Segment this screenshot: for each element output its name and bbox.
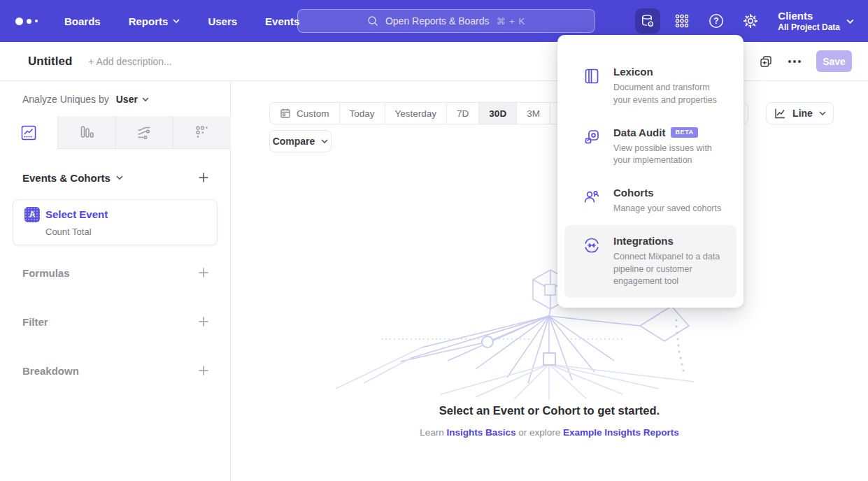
chevron-down-icon [116,175,123,180]
chart-canvas: Custom Today Yesterday 7D 30D 3M 6M Comp… [231,81,868,481]
project-name: Clients [778,10,840,22]
nav-item-events[interactable]: Events [265,15,299,27]
date-range-30d[interactable]: 30D [478,103,516,124]
query-builder-sidebar: Analyze Uniques by User [0,81,231,481]
menu-item-lexicon[interactable]: Lexicon Document and transform your even… [564,56,737,117]
apps-grid-icon [674,13,690,29]
menu-item-integrations[interactable]: Integrations Connect Mixpanel to a data … [564,225,737,298]
nav-links: Boards Reports Users Events [64,15,299,27]
date-range-picker: Custom Today Yesterday 7D 30D 3M 6M [269,102,584,124]
add-event-button[interactable] [197,171,211,185]
tab-metrics-grid[interactable] [173,116,231,149]
add-formula-button[interactable] [197,266,211,280]
event-selector-card[interactable]: A Select Event Count Total [13,199,218,245]
settings-button[interactable] [738,8,763,34]
project-switcher[interactable]: Clients All Project Data [778,10,854,33]
analyze-row: Analyze Uniques by User [22,94,149,105]
events-section-label[interactable]: Events & Cohorts [22,172,123,184]
integrations-sync-icon [583,235,601,288]
plus-icon [198,316,209,327]
tab-flow-chart[interactable] [116,116,174,149]
add-description-field[interactable]: + Add description... [88,56,171,67]
insights-basics-link[interactable]: Insights Basics [446,427,515,438]
formulas-section: Formulas [22,266,211,280]
cohorts-people-icon [583,187,601,215]
tab-bar-chart[interactable] [58,116,116,149]
chart-type-tabs [0,116,231,149]
example-reports-link[interactable]: Example Insights Reports [563,427,679,438]
compare-dropdown[interactable]: Compare [269,130,332,152]
svg-text:?: ? [714,16,719,26]
header-actions: Save [759,50,852,72]
global-search-input[interactable]: Open Reports & Boards ⌘ + K [297,9,595,33]
date-range-7d[interactable]: 7D [446,103,478,124]
empty-state-links: Learn Insights Basics or explore Example… [231,427,868,438]
plus-icon [198,172,209,183]
breakdown-section: Breakdown [22,364,211,378]
data-management-button[interactable] [635,8,660,34]
menu-item-cohorts[interactable]: Cohorts Manage your saved cohorts [564,177,737,225]
date-range-today[interactable]: Today [339,103,385,124]
filter-label: Filter [22,316,48,328]
empty-state: Select an Event or Cohort to get started… [231,404,868,438]
add-filter-button[interactable] [197,315,211,329]
nav-item-boards[interactable]: Boards [64,15,101,27]
count-total-dropdown[interactable]: Count Total [45,227,92,237]
tab-line-chart[interactable] [0,116,58,149]
data-audit-magnifier-icon [583,127,601,168]
events-section-header: Events & Cohorts [22,171,211,185]
chevron-down-icon [819,111,826,115]
event-series-badge: A [24,207,40,222]
calendar-icon [280,108,291,119]
data-management-menu: Lexicon Document and transform your even… [557,35,744,308]
chevron-down-icon [173,19,180,23]
chevron-down-icon [321,139,328,143]
beta-badge: BETA [671,127,697,138]
date-range-3m[interactable]: 3M [516,103,550,124]
report-title[interactable]: Untitled [28,55,72,69]
search-placeholder: Open Reports & Boards [385,15,490,27]
nav-item-reports[interactable]: Reports [129,15,180,27]
plus-icon [198,365,209,376]
duplicate-report-icon[interactable] [759,55,773,69]
date-range-custom[interactable]: Custom [270,103,339,124]
gear-icon [742,13,759,29]
save-button[interactable]: Save [816,50,852,72]
nav-item-users[interactable]: Users [208,15,237,27]
bar-chart-icon [78,124,95,141]
search-shortcut: ⌘ + K [497,16,526,27]
project-scope: All Project Data [778,22,840,33]
empty-state-title: Select an Event or Cohort to get started… [231,404,868,417]
analyze-entity-dropdown[interactable]: User [116,94,149,105]
line-style-icon [774,107,786,120]
select-event-label: Select Event [45,208,108,220]
apps-grid-button[interactable] [669,8,695,34]
line-chart-icon [20,124,37,141]
chevron-down-icon [142,97,149,101]
mixpanel-logo-icon[interactable] [15,17,38,25]
formulas-label: Formulas [22,267,70,279]
chart-style-dropdown[interactable]: Line [766,102,834,124]
app-window: Boards Reports Users Events Open Reports… [0,0,868,481]
database-gear-icon [640,13,655,29]
menu-item-data-audit[interactable]: Data Audit BETA View possible issues wit… [564,117,737,178]
filter-section: Filter [22,315,211,329]
flow-chart-icon [136,124,152,141]
analyze-label: Analyze Uniques by [22,94,109,105]
date-range-yesterday[interactable]: Yesterday [385,103,447,124]
help-icon: ? [708,13,725,29]
plus-icon [198,267,209,278]
chevron-down-icon [846,19,854,24]
search-icon [367,15,378,27]
help-button[interactable]: ? [704,8,729,34]
more-options-icon[interactable] [788,60,801,63]
lexicon-book-icon [583,66,601,107]
metrics-grid-icon [194,124,211,141]
add-breakdown-button[interactable] [197,364,211,378]
breakdown-label: Breakdown [22,365,79,377]
